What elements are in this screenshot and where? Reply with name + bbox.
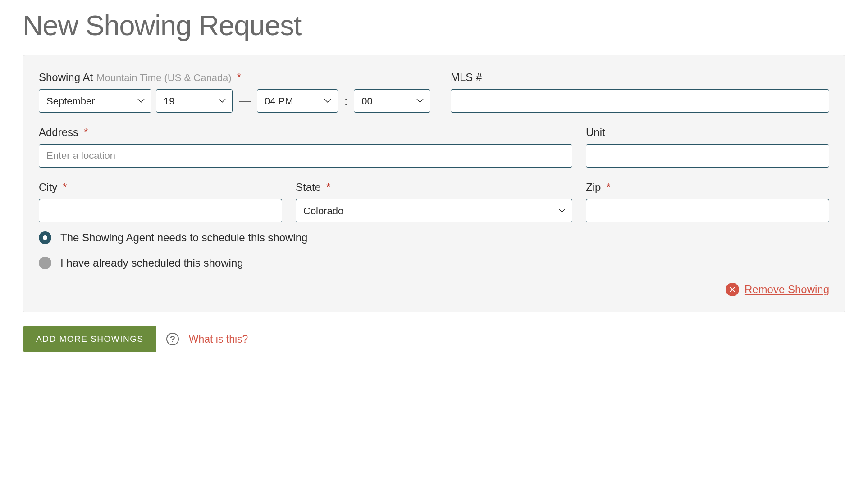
schedule-radio-group: The Showing Agent needs to schedule this…	[39, 231, 829, 269]
remove-showing-link[interactable]: Remove Showing	[745, 283, 829, 296]
time-colon-separator: :	[343, 94, 349, 108]
help-icon[interactable]: ?	[166, 333, 179, 345]
city-label: City *	[39, 181, 282, 194]
footer-row: ADD MORE SHOWINGS ? What is this?	[23, 326, 845, 352]
city-label-text: City	[39, 181, 57, 194]
radio-agent-schedule[interactable]: The Showing Agent needs to schedule this…	[39, 231, 829, 244]
unit-label-text: Unit	[586, 126, 605, 139]
state-select[interactable]: Colorado	[296, 199, 572, 222]
hour-select[interactable]: 04 PM	[257, 89, 338, 113]
required-indicator: *	[606, 181, 610, 194]
day-select[interactable]: 19	[156, 89, 233, 113]
state-label-text: State	[296, 181, 321, 194]
address-label-text: Address	[39, 126, 78, 139]
mls-label-text: MLS #	[451, 71, 482, 84]
radio-label-1: The Showing Agent needs to schedule this…	[60, 231, 307, 244]
required-indicator: *	[63, 181, 67, 194]
page-title: New Showing Request	[23, 9, 845, 41]
required-indicator: *	[326, 181, 330, 194]
datetime-selects: September 19 — 04 PM : 00	[39, 89, 437, 113]
date-time-separator: —	[237, 94, 252, 108]
state-label: State *	[296, 181, 572, 194]
radio-selected-icon	[39, 231, 51, 244]
unit-label: Unit	[586, 126, 829, 139]
minute-select[interactable]: 00	[354, 89, 430, 113]
timezone-label: Mountain Time (US & Canada)	[96, 72, 232, 84]
zip-label-text: Zip	[586, 181, 601, 194]
required-indicator: *	[84, 126, 88, 139]
month-select[interactable]: September	[39, 89, 151, 113]
radio-label-2: I have already scheduled this showing	[60, 257, 243, 269]
radio-unselected-icon	[39, 257, 51, 269]
city-input[interactable]	[39, 199, 282, 222]
radio-already-scheduled[interactable]: I have already scheduled this showing	[39, 257, 829, 269]
address-label: Address *	[39, 126, 572, 139]
zip-label: Zip *	[586, 181, 829, 194]
mls-input[interactable]	[451, 89, 829, 113]
mls-label: MLS #	[451, 71, 829, 84]
showing-at-label: Showing At Mountain Time (US & Canada) *	[39, 71, 437, 84]
required-indicator: *	[237, 71, 241, 84]
zip-input[interactable]	[586, 199, 829, 222]
add-more-showings-button[interactable]: ADD MORE SHOWINGS	[23, 326, 156, 352]
showing-at-label-text: Showing At	[39, 71, 93, 84]
remove-showing-row: Remove Showing	[39, 283, 829, 296]
address-input[interactable]	[39, 144, 572, 168]
close-icon[interactable]	[726, 283, 739, 296]
showing-form-card: Showing At Mountain Time (US & Canada) *…	[23, 55, 845, 312]
unit-input[interactable]	[586, 144, 829, 168]
what-is-this-link[interactable]: What is this?	[189, 333, 248, 345]
